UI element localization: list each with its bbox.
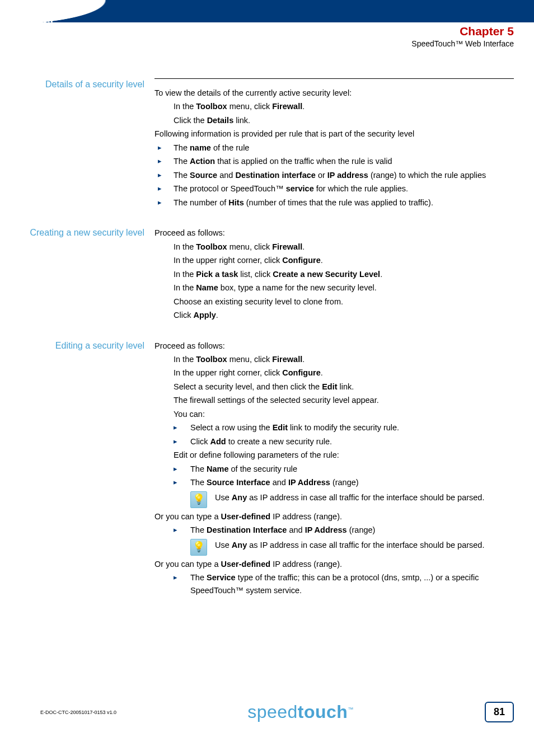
- bullet-click-add: Click Add to create a new security rule.: [154, 435, 514, 448]
- doc-id: E-DOC-CTC-20051017-0153 v1.0: [40, 710, 116, 715]
- edit-params-bullets: The Name of the security rule The Source…: [154, 463, 514, 489]
- bullet-source-dest: The Source and Destination interface or …: [154, 169, 514, 181]
- bullet-service: The protocol or SpeedTouch™ service for …: [154, 182, 514, 195]
- create-step6: Click Apply.: [154, 309, 514, 321]
- edit-step4: The firewall settings of the selected se…: [154, 394, 514, 406]
- thomson-logo-text: THOMSON: [17, 16, 53, 24]
- chapter-subtitle: SpeedTouch™ Web Interface: [411, 39, 514, 48]
- tip-source: 💡 Use Any as IP address in case all traf…: [190, 491, 514, 508]
- thomson-logo: ◎ THOMSON: [17, 7, 53, 24]
- page-content: Details of a security level To view the …: [0, 78, 534, 598]
- step-toolbox: In the Toolbox menu, click Firewall.: [154, 100, 514, 112]
- heading-creating: Creating a new security level: [0, 227, 154, 322]
- create-step3: In the Pick a task list, click Create a …: [154, 268, 514, 280]
- intro-text: To view the details of the currently act…: [154, 87, 514, 99]
- page-footer: E-DOC-CTC-20051017-0153 v1.0 speedtouch™…: [0, 702, 534, 722]
- param-source: The Source Interface and IP Address (ran…: [154, 476, 514, 489]
- param-service: The Service type of the traffic; this ca…: [154, 571, 514, 597]
- source-user-defined: Or you can type a User-defined IP addres…: [154, 510, 514, 523]
- body-details: To view the details of the currently act…: [154, 78, 514, 210]
- step-details-link: Click the Details link.: [154, 114, 514, 126]
- create-step1: In the Toolbox menu, click Firewall.: [154, 241, 514, 253]
- section-creating: Creating a new security level Proceed as…: [0, 227, 514, 322]
- param-destination: The Destination Interface and IP Address…: [154, 524, 514, 536]
- section-rule: [154, 78, 514, 79]
- destination-user-defined: Or you can type a User-defined IP addres…: [154, 558, 514, 570]
- tip-destination: 💡 Use Any as IP address in case all traf…: [190, 539, 514, 556]
- edit-step1: In the Toolbox menu, click Firewall.: [154, 353, 514, 365]
- top-banner: [0, 0, 534, 22]
- intro-creating: Proceed as follows:: [154, 227, 514, 239]
- bullet-name: The name of the rule: [154, 142, 514, 154]
- chapter-title: Chapter 5: [411, 25, 514, 38]
- edit-params-bullets3: The Service type of the traffic; this ca…: [154, 571, 514, 597]
- speedtouch-brand: speedtouch™: [247, 702, 354, 722]
- param-name: The Name of the security rule: [154, 463, 514, 475]
- edit-define: Edit or define following parameters of t…: [154, 449, 514, 461]
- body-editing: Proceed as follows: In the Toolbox menu,…: [154, 340, 514, 598]
- section-editing: Editing a security level Proceed as foll…: [0, 340, 514, 598]
- lightbulb-icon: 💡: [190, 491, 207, 508]
- bullet-action: The Action that is applied on the traffi…: [154, 155, 514, 167]
- create-step4: In the Name box, type a name for the new…: [154, 281, 514, 294]
- heading-details: Details of a security level: [0, 78, 154, 210]
- tip-destination-text: Use Any as IP address in case all traffi…: [215, 539, 514, 552]
- bullet-hits: The number of Hits (number of times that…: [154, 196, 514, 209]
- lightbulb-icon: 💡: [190, 539, 207, 556]
- tip-source-text: Use Any as IP address in case all traffi…: [215, 491, 514, 504]
- edit-params-bullets2: The Destination Interface and IP Address…: [154, 524, 514, 536]
- bullet-select-row: Select a row using the Edit link to modi…: [154, 421, 514, 434]
- create-step5: Choose an existing security level to clo…: [154, 295, 514, 308]
- edit-youcan-bullets: Select a row using the Edit link to modi…: [154, 421, 514, 448]
- edit-step5: You can:: [154, 408, 514, 420]
- section-details: Details of a security level To view the …: [0, 78, 514, 210]
- page-number: 81: [485, 702, 514, 722]
- follow-text: Following information is provided per ru…: [154, 128, 514, 140]
- details-bullets: The name of the rule The Action that is …: [154, 142, 514, 209]
- create-step2: In the upper right corner, click Configu…: [154, 254, 514, 266]
- edit-step2: In the upper right corner, click Configu…: [154, 367, 514, 379]
- body-creating: Proceed as follows: In the Toolbox menu,…: [154, 227, 514, 322]
- edit-step3: Select a security level, and then click …: [154, 381, 514, 393]
- heading-editing: Editing a security level: [0, 340, 154, 598]
- chapter-header: Chapter 5 SpeedTouch™ Web Interface: [411, 25, 514, 48]
- intro-editing: Proceed as follows:: [154, 340, 514, 352]
